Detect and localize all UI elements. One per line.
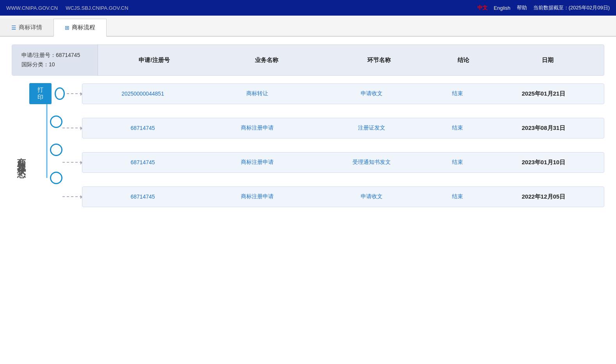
grid-icon: ⊞ [65,25,69,31]
cell-reg-no-1[interactable]: 20250000044851 [85,91,200,97]
topbar-link-main[interactable]: WWW.CNIPA.GOV.CN [6,5,58,11]
cell-reg-no-3[interactable]: 68714745 [85,159,200,165]
cell-date-2: 2023年08月31日 [486,124,601,132]
reg-no-label: 申请/注册号：68714745 [21,52,88,59]
table-row: 68714745 商标注册申请 注册证发文 结束 2023年08月31日 [82,118,604,138]
col-step-name: 环节名称 [323,50,435,71]
tab-detail[interactable]: ☰ 商标详情 [0,19,53,36]
lang-zh[interactable]: 中文 [477,4,488,11]
col-reg-no: 申请/注册号 [98,50,210,71]
main-content: 申请/注册号：68714745 国际分类：10 申请/注册号 业务名称 环节名称… [0,37,616,243]
cell-date-4: 2022年12月05日 [486,193,601,201]
list-icon: ☰ [11,25,16,31]
table-header: 申请/注册号 业务名称 环节名称 结论 日期 [98,45,604,75]
tabs-bar: ☰ 商标详情 ⊞ 商标流程 [0,16,616,37]
topbar: WWW.CNIPA.GOV.CN WCJS.SBJ.CNIPA.GOV.CN 中… [0,0,616,16]
timeline-circle-4 [50,172,62,184]
tab-process[interactable]: ⊞ 商标流程 [53,19,107,37]
info-box: 申请/注册号：68714745 国际分类：10 [12,45,98,75]
topbar-links: WWW.CNIPA.GOV.CN WCJS.SBJ.CNIPA.GOV.CN [6,5,128,11]
cell-biz-name-1: 商标转让 [200,90,314,97]
cell-step-name-4: 申请收文 [315,193,429,200]
col-conclusion: 结论 [435,50,491,71]
cell-date-3: 2023年01月10日 [486,159,601,166]
table-row: 68714745 商标注册申请 申请收文 结束 2022年12月05日 [82,186,604,207]
cell-biz-name-2: 商标注册申请 [200,124,314,131]
print-row: 打印 [29,80,65,108]
col-date: 日期 [491,50,604,71]
cell-date-1: 2025年01月21日 [486,90,601,98]
vertical-label: 商标流程状态 [12,80,27,236]
cell-conclusion-3: 结束 [429,159,486,166]
cell-conclusion-2: 结束 [429,124,486,131]
table-row: 20250000044851 商标转让 申请收文 结束 2025年01月21日 [82,83,604,104]
timeline-circle-1 [55,87,64,100]
col-biz-name: 业务名称 [210,50,323,71]
print-button[interactable]: 打印 [29,83,52,104]
tab-process-label: 商标流程 [72,24,95,31]
cell-step-name-1: 申请收文 [315,90,429,97]
cell-reg-no-4[interactable]: 68714745 [85,194,200,200]
table-row: 68714745 商标注册申请 受理通知书发文 结束 2023年01月10日 [82,152,604,173]
cell-step-name-3: 受理通知书发文 [315,159,429,166]
cell-biz-name-3: 商标注册申请 [200,159,314,166]
timeline-circle-2 [50,115,62,128]
cell-step-name-2: 注册证发文 [315,124,429,131]
cell-conclusion-1: 结束 [429,90,486,97]
intl-class-label: 国际分类：10 [21,61,88,68]
cell-reg-no-2[interactable]: 68714745 [85,125,200,131]
topbar-help[interactable]: 帮助 [517,4,527,11]
cell-biz-name-4: 商标注册申请 [200,193,314,200]
header-section: 申请/注册号：68714745 国际分类：10 申请/注册号 业务名称 环节名称… [12,44,604,76]
tab-detail-label: 商标详情 [19,24,42,31]
cell-conclusion-4: 结束 [429,193,486,200]
topbar-link-wcjs[interactable]: WCJS.SBJ.CNIPA.GOV.CN [66,5,128,11]
topbar-right: 中文 English 帮助 当前数据截至：(2025年02月09日) [477,4,610,11]
timeline-circle-3 [50,144,62,156]
topbar-date: 当前数据截至：(2025年02月09日) [533,4,610,11]
lang-en[interactable]: English [494,5,511,11]
